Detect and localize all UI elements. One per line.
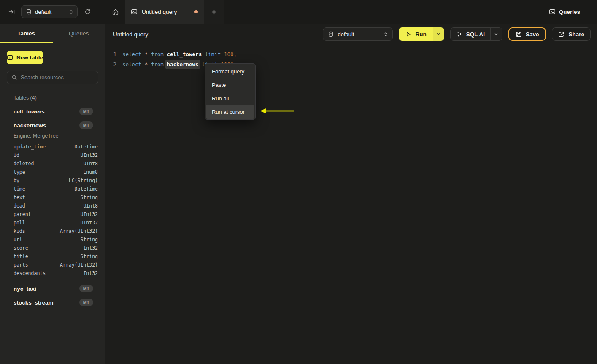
app-window: default Untitled query Querie bbox=[0, 0, 597, 364]
database-selector-value: default bbox=[35, 9, 65, 15]
run-options-dropdown[interactable] bbox=[433, 27, 444, 41]
collapse-sidebar-button[interactable] bbox=[6, 6, 18, 18]
run-button-label: Run bbox=[415, 31, 426, 38]
table-engine-badge: MT bbox=[79, 108, 93, 116]
column-row[interactable]: textString bbox=[14, 193, 98, 202]
context-menu-item-format-query[interactable]: Format query bbox=[206, 65, 254, 78]
topbar-database-selector[interactable]: default bbox=[21, 5, 78, 18]
code-token: * bbox=[145, 51, 151, 57]
save-button[interactable]: Save bbox=[508, 27, 546, 41]
query-title: Untitled query bbox=[113, 31, 148, 38]
query-toolbar: Untitled query default Run bbox=[105, 24, 597, 44]
column-name: kids bbox=[14, 227, 25, 235]
table-row[interactable]: nyc_taxiMT bbox=[7, 283, 98, 294]
toolbar-database-selector[interactable]: default bbox=[323, 27, 393, 41]
code-token bbox=[202, 51, 205, 57]
topbar-left-section: default bbox=[0, 0, 105, 24]
tab-label: Untitled query bbox=[142, 9, 190, 15]
column-row[interactable]: timeDateTime bbox=[14, 185, 98, 193]
context-menu-item-run-all[interactable]: Run all bbox=[206, 92, 254, 105]
table-name: stocks_stream bbox=[14, 299, 79, 306]
column-row[interactable]: kidsArray(UInt32) bbox=[14, 227, 98, 235]
column-name: dead bbox=[14, 202, 25, 210]
column-row[interactable]: parentUInt32 bbox=[14, 210, 98, 218]
refresh-icon bbox=[84, 8, 91, 15]
save-button-label: Save bbox=[526, 31, 539, 38]
column-type: Array(UInt32) bbox=[60, 227, 98, 235]
table-row[interactable]: cell_towersMT bbox=[7, 106, 98, 116]
main-panel: Untitled query default Run bbox=[105, 24, 597, 364]
column-name: poll bbox=[14, 218, 25, 227]
table-engine-badge: MT bbox=[79, 299, 93, 307]
column-type: Int32 bbox=[83, 269, 98, 278]
column-row[interactable]: titleString bbox=[14, 252, 98, 261]
new-tab-button[interactable] bbox=[204, 0, 224, 24]
line-number: 2 bbox=[105, 59, 116, 70]
run-button[interactable]: Run bbox=[399, 27, 432, 41]
column-row[interactable]: descendantsInt32 bbox=[14, 269, 98, 278]
table-name: hackernews bbox=[14, 122, 79, 129]
queries-icon bbox=[549, 8, 556, 15]
plus-icon bbox=[211, 9, 217, 15]
column-name: time bbox=[14, 185, 25, 193]
sidebar-tab-queries[interactable]: Queries bbox=[53, 24, 105, 43]
column-row[interactable]: idUInt32 bbox=[14, 151, 98, 159]
editor-line: 2select * from hackernews limit 1000 bbox=[105, 59, 597, 70]
queries-button-label: Queries bbox=[559, 9, 580, 15]
context-menu-item-paste[interactable]: Paste bbox=[206, 78, 254, 92]
column-row[interactable]: deletedUInt8 bbox=[14, 159, 98, 168]
collapse-sidebar-icon bbox=[8, 8, 15, 15]
table-grid-icon bbox=[7, 54, 13, 61]
share-button[interactable]: Share bbox=[552, 27, 591, 41]
sql-ai-button[interactable]: SQL AI bbox=[451, 28, 490, 40]
toolbar-database-value: default bbox=[338, 31, 379, 38]
code-token: * bbox=[145, 61, 151, 67]
search-resources-input[interactable] bbox=[21, 74, 94, 81]
new-table-label: New table bbox=[16, 54, 43, 61]
column-row[interactable]: partsArray(UInt32) bbox=[14, 261, 98, 269]
column-row[interactable]: scoreInt32 bbox=[14, 244, 98, 252]
column-row[interactable]: urlString bbox=[14, 235, 98, 244]
sidebar-tabs: Tables Queries bbox=[0, 24, 105, 43]
column-row[interactable]: update_timeDateTime bbox=[14, 143, 98, 151]
tables-section-header: Tables (4) bbox=[14, 95, 98, 101]
home-button[interactable] bbox=[105, 0, 125, 24]
tab-untitled-query[interactable]: Untitled query bbox=[125, 0, 204, 24]
database-icon bbox=[26, 9, 32, 15]
column-row[interactable]: deadUInt8 bbox=[14, 202, 98, 210]
column-type: String bbox=[80, 193, 98, 202]
column-type: LC(String) bbox=[69, 176, 98, 185]
refresh-button[interactable] bbox=[82, 6, 94, 18]
column-row[interactable]: byLC(String) bbox=[14, 176, 98, 185]
sql-ai-dropdown[interactable] bbox=[490, 28, 502, 40]
column-name: text bbox=[14, 193, 25, 202]
column-type: Array(UInt32) bbox=[60, 261, 98, 269]
context-menu: Format queryPasteRun allRun at cursor bbox=[205, 63, 256, 120]
column-type: Enum8 bbox=[83, 168, 98, 176]
database-icon bbox=[328, 31, 334, 37]
sidebar: Tables Queries New table Tables (4) cell… bbox=[0, 24, 105, 364]
context-menu-item-run-at-cursor[interactable]: Run at cursor bbox=[206, 105, 254, 119]
table-engine-badge: MT bbox=[79, 285, 93, 293]
code-token: hackernews bbox=[165, 60, 200, 69]
queries-button[interactable]: Queries bbox=[549, 8, 580, 15]
column-name: by bbox=[14, 176, 19, 185]
table-row[interactable]: stocks_streamMT bbox=[7, 297, 98, 307]
sidebar-tab-tables[interactable]: Tables bbox=[0, 24, 53, 43]
table-name: nyc_taxi bbox=[14, 286, 79, 292]
column-name: title bbox=[14, 252, 28, 261]
code-token: select bbox=[122, 61, 145, 67]
column-row[interactable]: pollUInt32 bbox=[14, 218, 98, 227]
column-row[interactable]: typeEnum8 bbox=[14, 168, 98, 176]
table-row[interactable]: hackernewsMT bbox=[7, 120, 98, 130]
column-type: String bbox=[80, 252, 98, 261]
sql-editor[interactable]: 1select * from cell_towers limit 100;2se… bbox=[105, 44, 597, 70]
new-table-button[interactable]: New table bbox=[7, 51, 43, 64]
column-name: update_time bbox=[14, 143, 46, 151]
line-number: 1 bbox=[105, 49, 116, 59]
annotation-arrow bbox=[260, 108, 294, 114]
share-icon bbox=[558, 31, 565, 38]
code-token: from bbox=[151, 51, 167, 57]
play-icon bbox=[405, 31, 411, 38]
column-type: Int32 bbox=[83, 244, 98, 252]
